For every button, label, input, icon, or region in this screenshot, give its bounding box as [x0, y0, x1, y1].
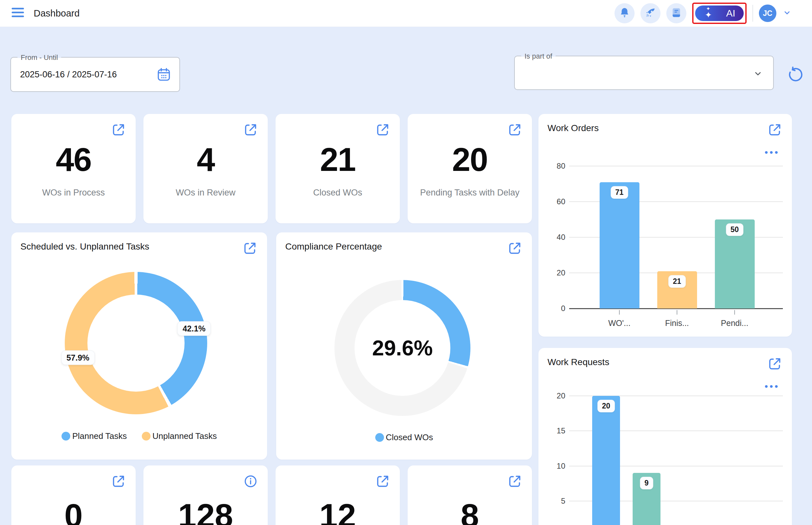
legend-label: Unplanned Tasks	[152, 431, 217, 441]
is-part-of-label: Is part of	[521, 51, 556, 61]
chart-legend: Planned Tasks Unplanned Tasks	[11, 431, 267, 441]
info-icon[interactable]	[243, 474, 258, 489]
legend-label: Closed WOs	[386, 432, 433, 442]
kpi-value: 0	[11, 499, 136, 525]
is-part-of-select[interactable]: Is part of	[514, 56, 774, 90]
legend-item: Planned Tasks	[61, 431, 127, 441]
external-link-icon[interactable]	[375, 474, 390, 489]
kpi-value: 46	[11, 143, 136, 176]
kpi-value: 128	[144, 499, 268, 525]
ai-assistant-button[interactable]: ✦ ✦ AI	[695, 5, 744, 21]
kpi-card-bottom-1: 0	[11, 465, 136, 525]
chart-legend: Closed WOs	[276, 432, 532, 442]
external-link-icon[interactable]	[243, 122, 258, 137]
notifications-button[interactable]	[615, 3, 635, 23]
x-tick-label: Pendi...	[721, 318, 749, 328]
bar-value-label: 21	[668, 275, 685, 287]
bar-value-label: 50	[726, 224, 743, 236]
kpi-card-wos-in-process: 46 WOs in Process	[11, 114, 136, 223]
kpi-value: 21	[276, 143, 400, 176]
topbar-divider	[752, 5, 753, 22]
refresh-icon[interactable]	[785, 66, 803, 84]
kpi-card-bottom-3: 12	[276, 465, 400, 525]
kpi-card-closed-wos: 21 Closed WOs	[276, 114, 400, 223]
bar	[592, 396, 620, 525]
dashboard-page: Dashboard	[0, 0, 812, 525]
bar-value-label: 20	[598, 400, 615, 412]
user-menu-chevron-icon[interactable]	[782, 8, 792, 19]
chart-title: Compliance Percentage	[285, 241, 382, 252]
compliance-percentage-card: Compliance Percentage 29.6% Closed WOs	[276, 232, 532, 460]
journal-icon	[671, 7, 682, 19]
avatar[interactable]: JC	[759, 4, 777, 22]
legend-dot	[375, 433, 384, 442]
launch-button[interactable]	[640, 3, 661, 23]
topbar: Dashboard	[0, 0, 812, 27]
donut-hole	[87, 295, 184, 392]
y-tick-label: 80	[547, 162, 565, 170]
y-tick-label: 10	[547, 462, 565, 470]
sparkle-icon: ✦	[706, 6, 710, 11]
y-tick-label: 20	[547, 268, 565, 278]
bar-value-label: 9	[640, 477, 653, 489]
external-link-icon[interactable]	[111, 474, 126, 489]
kpi-card-wos-in-review: 4 WOs in Review	[144, 114, 268, 223]
hamburger-line	[12, 8, 24, 10]
legend-label: Planned Tasks	[72, 431, 127, 441]
calendar-icon[interactable]	[156, 67, 172, 82]
external-link-icon[interactable]	[375, 122, 390, 137]
ai-button-label: AI	[726, 8, 735, 19]
rocket-icon	[645, 7, 656, 19]
sparkle-icon: ✦	[705, 11, 712, 19]
donut-percent-label: 57.9%	[61, 351, 94, 365]
y-tick-label: 40	[547, 233, 565, 242]
work-requests-card: Work Requests ••• 5101520209	[538, 348, 792, 525]
hamburger-line	[12, 16, 24, 17]
bar-chart: 02040608071WO'...21Finis...50Pendi...	[538, 114, 792, 336]
external-link-icon[interactable]	[507, 474, 522, 489]
external-link-icon[interactable]	[507, 241, 522, 256]
bar-value-label: 71	[611, 186, 628, 198]
y-tick-label: 15	[547, 426, 565, 435]
legend-dot	[142, 432, 150, 440]
journal-button[interactable]	[666, 3, 686, 23]
work-orders-card: Work Orders ••• 02040608071WO'...21Finis…	[538, 114, 792, 336]
gridline	[569, 166, 783, 166]
external-link-icon[interactable]	[111, 122, 126, 137]
hamburger-line	[12, 12, 24, 13]
y-tick-label: 60	[547, 197, 565, 206]
date-range-field[interactable]: From - Until 2025-06-16 / 2025-07-16	[10, 57, 180, 92]
y-tick-label: 5	[547, 496, 565, 506]
kpi-card-pending-tasks-delay: 20 Pending Tasks with Delay	[408, 114, 532, 223]
bar-chart: 5101520209	[538, 348, 792, 525]
legend-item: Closed WOs	[375, 432, 433, 442]
x-tick-label: Finis...	[665, 318, 689, 328]
external-link-icon[interactable]	[242, 241, 257, 256]
bar	[600, 182, 639, 309]
kpi-value: 20	[408, 143, 532, 176]
x-tick	[734, 310, 735, 315]
kpi-label: WOs in Review	[144, 188, 268, 198]
kpi-card-bottom-4: 8	[408, 465, 532, 525]
scheduled-vs-unplanned-card: Scheduled vs. Unplanned Tasks 42.1%57.9%…	[11, 232, 267, 460]
legend-item: Unplanned Tasks	[142, 431, 217, 441]
date-range-value: 2025-06-16 / 2025-07-16	[20, 58, 117, 91]
chart-title: Scheduled vs. Unplanned Tasks	[20, 241, 149, 252]
x-tick	[619, 310, 620, 315]
kpi-value: 12	[276, 499, 400, 525]
chevron-down-icon	[752, 68, 764, 80]
kpi-card-bottom-2: 128	[144, 465, 268, 525]
kpi-value: 4	[144, 143, 268, 176]
topbar-actions: ✦ ✦ AI JC	[615, 0, 792, 27]
kpi-label: WOs in Process	[11, 188, 136, 198]
legend-dot	[61, 432, 70, 440]
external-link-icon[interactable]	[507, 122, 522, 137]
donut-chart: 42.1%57.9%	[65, 272, 207, 414]
hamburger-menu-icon[interactable]	[12, 8, 25, 19]
y-tick-label: 0	[547, 304, 565, 313]
kpi-label: Pending Tasks with Delay	[408, 188, 532, 198]
kpi-label: Closed WOs	[276, 188, 400, 198]
bell-icon	[619, 7, 630, 19]
donut-center-value: 29.6%	[335, 280, 470, 416]
kpi-value: 8	[408, 499, 532, 525]
